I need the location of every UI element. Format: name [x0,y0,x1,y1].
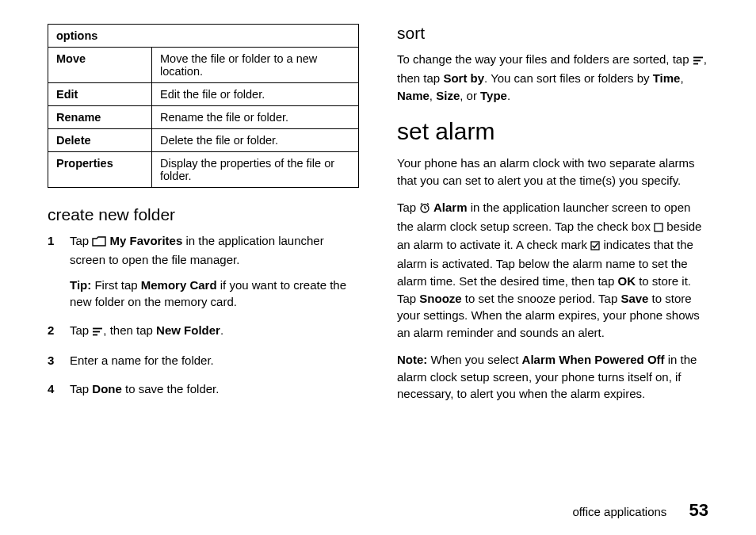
option-name: Move [48,48,152,83]
alarm-powered-off-label: Alarm When Powered Off [522,353,665,366]
alarm-label: Alarm [430,201,467,214]
alarm-intro: Your phone has an alarm clock with two s… [397,155,708,189]
snooze-label: Snooze [419,292,461,305]
body-text: , or [460,89,480,102]
svg-line-9 [421,203,422,204]
right-column: sort To change the way your files and fo… [397,24,708,412]
step-3: Enter a name for the folder. [48,352,359,369]
sort-paragraph: To change the way your files and folders… [397,51,708,104]
alarm-note: Note: When you select Alarm When Powered… [397,351,708,403]
checkbox-empty-icon [654,220,663,237]
body-text: When you select [427,353,521,366]
table-row: Rename Rename the file or folder. [48,106,359,129]
step-text: Tap [70,234,92,247]
table-row: Move Move the file or folder to a new lo… [48,48,359,83]
memory-card-label: Memory Card [141,278,217,292]
create-folder-heading: create new folder [48,205,359,224]
sort-name: Name [397,89,430,102]
svg-line-8 [425,208,426,209]
sort-heading: sort [397,24,708,43]
option-name: Delete [48,129,152,152]
svg-rect-12 [591,242,599,250]
folder-icon [92,234,106,251]
sort-size: Size [436,89,460,102]
svg-rect-11 [655,224,662,231]
step-1: Tap My Favorites in the application laun… [48,232,359,311]
ok-label: OK [617,274,636,288]
step-2: Tap , then tap New Folder. [48,322,359,341]
create-folder-steps: Tap My Favorites in the application laun… [48,232,359,397]
options-header: options [48,25,359,48]
menu-icon [693,52,704,70]
body-text: Tap [397,201,419,214]
step-text: Tap [70,382,92,396]
set-alarm-heading: set alarm [397,118,708,145]
table-row: Delete Delete the file or folder. [48,129,359,152]
step-4: Tap Done to save the folder. [48,380,359,398]
table-header-row: options [48,25,359,48]
page-number: 53 [689,500,708,520]
section-title: office applications [572,505,666,518]
done-label: Done [92,382,122,396]
option-desc: Delete the file or folder. [152,129,359,152]
step-text: . [220,323,223,337]
save-label: Save [620,292,648,305]
option-desc: Move the file or folder to a new locatio… [152,48,359,83]
left-column: options Move Move the file or folder to … [48,24,359,412]
menu-icon [92,323,103,341]
options-table: options Move Move the file or folder to … [48,24,359,188]
tip-label: Tip: [70,278,91,292]
step-text: to save the folder. [122,382,220,396]
comma: , [680,71,683,85]
table-row: Properties Display the properties of the… [48,152,359,188]
tip-text: First tap [91,278,141,292]
svg-line-10 [427,203,429,204]
checkbox-checked-icon [590,238,600,255]
option-desc: Edit the file or folder. [152,83,359,106]
table-row: Edit Edit the file or folder. [48,83,359,106]
option-name: Properties [48,152,152,188]
body-text: . You can sort files or folders by [484,71,653,85]
sort-by-label: Sort by [443,71,484,85]
option-desc: Display the properties of the file or fo… [152,152,359,188]
step-text: , then tap [103,323,156,337]
body-text: To change the way your files and folders… [397,52,693,66]
body-text: to set the snooze period. Tap [462,292,621,305]
option-desc: Rename the file or folder. [152,106,359,129]
alarm-clock-icon [419,201,430,218]
option-name: Edit [48,83,152,106]
option-name: Rename [48,106,152,129]
tip-block: Tip: First tap Memory Card if you want t… [70,277,359,311]
new-folder-label: New Folder [156,323,220,337]
sort-time: Time [653,71,681,85]
step-text: Tap [70,323,92,337]
sort-type: Type [480,89,507,102]
comma: , [430,89,436,102]
my-favorites-label: My Favorites [106,234,182,247]
step-text: Enter a name for the folder. [70,353,214,367]
note-label: Note: [397,353,427,366]
body-text: . [507,89,510,102]
page-footer: office applications 53 [572,500,708,521]
page: options Move Move the file or folder to … [0,0,756,428]
alarm-instructions: Tap Alarm in the application launcher sc… [397,199,708,342]
